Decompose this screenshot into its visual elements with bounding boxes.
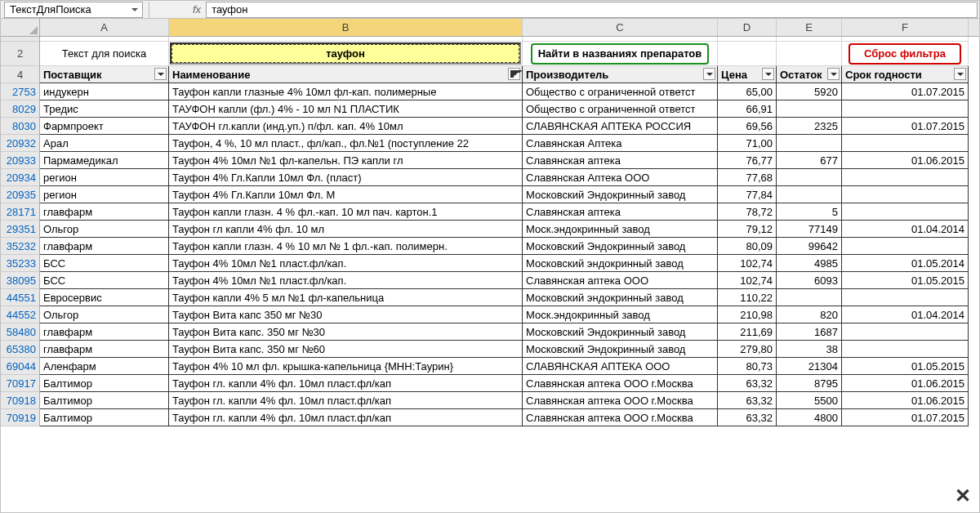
cell-name[interactable]: Тауфон гл. капли 4% фл. 10мл пласт.фл/ка…: [169, 392, 523, 409]
cell-price[interactable]: 65,00: [718, 83, 777, 100]
cell-expiry[interactable]: 01.07.2015: [842, 118, 969, 135]
cell-stock[interactable]: 677: [777, 152, 842, 169]
filter-icon[interactable]: [954, 68, 966, 80]
cell-stock[interactable]: 21304: [777, 358, 842, 375]
cell-stock[interactable]: 77149: [777, 221, 842, 238]
cell-manufacturer[interactable]: Славянская аптека ООО г.Москва: [523, 392, 718, 409]
row-header[interactable]: 58480: [1, 323, 40, 341]
cell-supplier[interactable]: регион: [40, 169, 169, 186]
cell-price[interactable]: 71,00: [718, 135, 777, 152]
cell-price[interactable]: 77,68: [718, 169, 777, 186]
col-header-b[interactable]: B: [169, 19, 523, 36]
row-header[interactable]: 69044: [1, 358, 40, 375]
cell-supplier[interactable]: БСС: [40, 272, 169, 289]
cell-stock[interactable]: 4800: [777, 409, 842, 426]
cell-supplier[interactable]: Пармамедикал: [40, 152, 169, 169]
filter-icon[interactable]: [154, 68, 167, 80]
col-header-a[interactable]: A: [40, 19, 169, 36]
cell-name[interactable]: Тауфон, 4 %, 10 мл пласт., фл/кап., фл.№…: [169, 135, 523, 152]
cell-price[interactable]: 79,12: [718, 221, 777, 238]
cell-price[interactable]: 80,09: [718, 238, 777, 255]
cell-supplier[interactable]: Балтимор: [40, 409, 169, 426]
cell-stock[interactable]: 5500: [777, 392, 842, 409]
col-header-f[interactable]: F: [842, 19, 969, 36]
cell-manufacturer[interactable]: Славянская Аптека ООО: [523, 169, 718, 186]
cell-manufacturer[interactable]: Моск.эндокринный завод: [523, 306, 718, 323]
row-header[interactable]: 8029: [1, 100, 40, 118]
cell-manufacturer[interactable]: Моск.эндокринный завод: [523, 221, 718, 238]
cell-price[interactable]: 77,84: [718, 186, 777, 203]
cell-expiry[interactable]: 01.05.2015: [842, 272, 969, 289]
cell-stock[interactable]: 1687: [777, 323, 842, 341]
fx-icon[interactable]: fx: [193, 3, 201, 16]
chevron-down-icon[interactable]: [131, 8, 138, 11]
cell-supplier[interactable]: Ольгор: [40, 221, 169, 238]
cell-supplier[interactable]: главфарм: [40, 341, 169, 358]
cell-price[interactable]: 210,98: [718, 306, 777, 323]
cell-expiry[interactable]: 01.06.2015: [842, 152, 969, 169]
cell-stock[interactable]: [777, 135, 842, 152]
cell-manufacturer[interactable]: Московский эндокринный завод: [523, 289, 718, 306]
cell-supplier[interactable]: главфарм: [40, 323, 169, 341]
cell-expiry[interactable]: 01.06.2015: [842, 392, 969, 409]
cell-manufacturer[interactable]: Московский Эндокринный завод: [523, 341, 718, 358]
row-header[interactable]: 38095: [1, 272, 40, 289]
cell-name[interactable]: Тауфон капли 4% 5 мл №1 фл-капельница: [169, 289, 523, 306]
cell-manufacturer[interactable]: СЛАВЯНСКАЯ АПТЕКА РОССИЯ: [523, 118, 718, 135]
cell-expiry[interactable]: [842, 169, 969, 186]
cell-expiry[interactable]: [842, 289, 969, 306]
cell-stock[interactable]: 5920: [777, 83, 842, 100]
cell-name[interactable]: Тауфон 4% Гл.Капли 10мл Фл. (пласт): [169, 169, 523, 186]
cell-manufacturer[interactable]: Общество с ограниченной ответст: [523, 83, 718, 100]
cell-expiry[interactable]: [842, 238, 969, 255]
cell-name[interactable]: Тауфон 4% 10 мл фл. крышка-капельница {М…: [169, 358, 523, 375]
row-header[interactable]: 35232: [1, 238, 40, 255]
cell-expiry[interactable]: 01.07.2015: [842, 83, 969, 100]
filter-icon[interactable]: [827, 68, 840, 80]
col-header-c[interactable]: C: [523, 19, 718, 36]
cell-name[interactable]: ТАУФОН капли (фл.) 4% - 10 мл N1 ПЛАСТИК: [169, 100, 523, 118]
row-header[interactable]: 20935: [1, 186, 40, 203]
row-header[interactable]: 2: [1, 42, 40, 66]
cell-expiry[interactable]: [842, 203, 969, 221]
cell-supplier[interactable]: индукерн: [40, 83, 169, 100]
row-header[interactable]: 4: [1, 66, 40, 83]
cell-expiry[interactable]: 01.04.2014: [842, 221, 969, 238]
cell-stock[interactable]: [777, 100, 842, 118]
cell-price[interactable]: 63,32: [718, 375, 777, 392]
cell-stock[interactable]: [777, 289, 842, 306]
cell-supplier[interactable]: Фармпроект: [40, 118, 169, 135]
cell-price[interactable]: 78,72: [718, 203, 777, 221]
cell-expiry[interactable]: 01.05.2015: [842, 358, 969, 375]
cell-price[interactable]: 110,22: [718, 289, 777, 306]
cell-manufacturer[interactable]: Московский эндокринный завод: [523, 255, 718, 272]
cell-expiry[interactable]: 01.06.2015: [842, 375, 969, 392]
cell-price[interactable]: 76,77: [718, 152, 777, 169]
cell-supplier[interactable]: главфарм: [40, 203, 169, 221]
name-box[interactable]: ТекстДляПоиска: [4, 2, 143, 18]
cell-stock[interactable]: 5: [777, 203, 842, 221]
cell-name[interactable]: Тауфон Вита капс. 350 мг №30: [169, 323, 523, 341]
col-header-e[interactable]: E: [777, 19, 842, 36]
select-all-corner[interactable]: [1, 19, 40, 36]
cell-stock[interactable]: 99642: [777, 238, 842, 255]
cell-stock[interactable]: [777, 169, 842, 186]
cell-supplier[interactable]: Балтимор: [40, 392, 169, 409]
cell-expiry[interactable]: [842, 135, 969, 152]
cell-manufacturer[interactable]: Славянская аптека: [523, 203, 718, 221]
cell-manufacturer[interactable]: Славянская аптека ООО: [523, 272, 718, 289]
cell-name[interactable]: Тауфон Вита капс 350 мг №30: [169, 306, 523, 323]
cell-stock[interactable]: [777, 186, 842, 203]
filter-icon[interactable]: [703, 68, 715, 80]
row-header[interactable]: 8030: [1, 118, 40, 135]
cell-manufacturer[interactable]: Славянская аптека ООО г.Москва: [523, 375, 718, 392]
cell-name[interactable]: Тауфон 4% 10мл №1 пласт.фл/кап.: [169, 255, 523, 272]
cell-name[interactable]: Тауфон 4% 10мл №1 фл-капельн. ПЭ капли г…: [169, 152, 523, 169]
cell-expiry[interactable]: [842, 186, 969, 203]
row-header[interactable]: 2753: [1, 83, 40, 100]
cell-manufacturer[interactable]: Общество с ограниченной ответст: [523, 100, 718, 118]
cell-price[interactable]: 80,73: [718, 358, 777, 375]
col-header-d[interactable]: D: [718, 19, 777, 36]
cell-name[interactable]: Тауфон капли глазн. 4 % фл.-кап. 10 мл п…: [169, 203, 523, 221]
reset-button[interactable]: Сброс фильтра: [849, 43, 962, 65]
